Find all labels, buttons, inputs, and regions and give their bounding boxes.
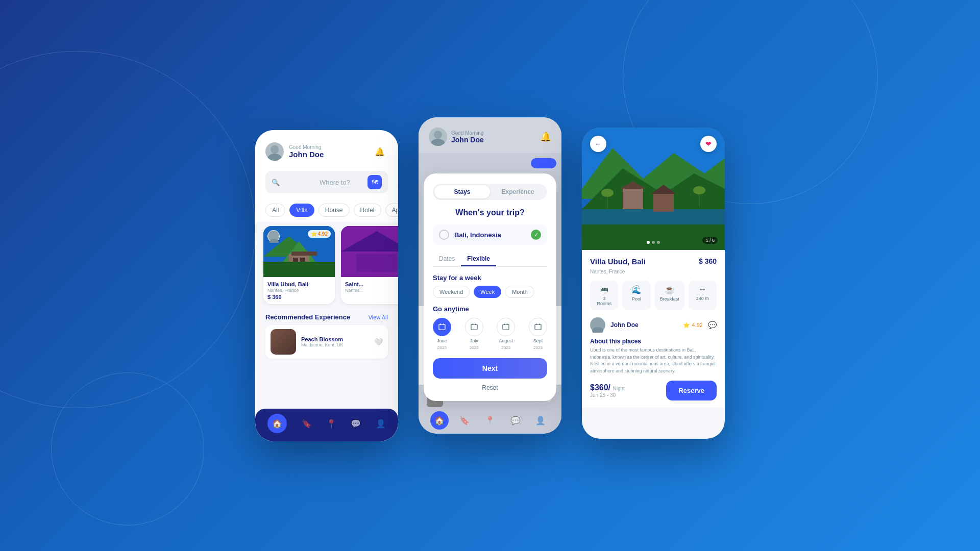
nav-chat[interactable]: 💬 [351,419,361,429]
dest-circle-icon [439,230,449,240]
nav-profile[interactable]: 👤 [376,419,386,429]
message-icon[interactable]: 💬 [708,321,717,329]
phone3-content: Villa Ubud, Bali $ 360 Nantes, France 🛏 … [582,250,725,408]
filter-apartment[interactable]: Apartment [385,204,398,217]
phone2: Good Morning John Doe 🔔 Stays Experience… [419,117,561,434]
phone3: ← ❤ 1 / 6 Villa Ubud, Bali $ 360 Nantes,… [582,128,725,439]
svg-rect-36 [653,194,674,212]
trip-title: When's your trip? [433,208,547,217]
svg-rect-23 [503,324,509,330]
p2-bell-icon[interactable]: 🔔 [540,131,551,142]
view-all-link[interactable]: View All [369,314,388,320]
svg-point-0 [271,145,279,154]
p2-nav: 🏠 🔖 📍 💬 👤 [427,408,553,430]
rec-loc-1: Maidstone, Kent, UK [301,342,344,347]
month-june[interactable]: June 2023 [433,318,451,350]
avatar [265,142,284,161]
greeting-text: Good Morning [289,144,324,150]
reset-button[interactable]: Reset [433,384,547,391]
favorite-button[interactable]: ❤ [700,136,717,152]
tab-dates[interactable]: Dates [433,252,461,266]
p2-nav-bookmark[interactable]: 🔖 [455,411,474,430]
reserve-button[interactable]: Reserve [666,381,717,400]
map-icon[interactable]: 🗺 [368,175,382,189]
dur-month[interactable]: Month [505,286,534,298]
svg-point-43 [592,327,603,333]
p2-nav-home[interactable]: 🏠 [430,411,449,430]
search-icon: 🔍 [272,179,315,186]
duration-pills: Weekend Week Month [433,286,547,298]
dur-week[interactable]: Week [474,286,501,298]
go-anytime-label: Go anytime [433,305,547,313]
rec-name-1: Peach Blossom [301,336,344,342]
listing-card-2[interactable]: Saint... Nantes... [341,226,398,304]
svg-point-39 [601,189,614,197]
nav-location[interactable]: 📍 [326,419,336,429]
p2-nav-profile[interactable]: 👤 [531,411,550,430]
dur-weekend[interactable]: Weekend [433,286,470,298]
reviewer-name: John Doe [610,321,639,329]
search-placeholder: Where to? [320,179,363,186]
listing-rating-1: ⭐ 4.92 [308,230,331,238]
amenity-breakfast: ☕ Breakfast [655,281,684,310]
breakfast-icon: ☕ [665,285,675,294]
tab-experience[interactable]: Experience [490,185,546,198]
filter-house[interactable]: House [318,204,350,217]
search-input-wrap[interactable]: 🔍 Where to? 🗺 [265,171,388,193]
rec-heart-icon[interactable]: 🤍 [374,338,383,346]
amenities-row: 🛏 3 Rooms 🌊 Pool ☕ Breakfast ↔ 240 m [590,281,717,310]
svg-rect-34 [623,189,643,209]
filter-all[interactable]: All [265,204,285,217]
per-night: Night [613,386,625,391]
distance-icon: ↔ [698,285,706,294]
svg-point-16 [431,139,445,146]
month-august[interactable]: August 2023 [497,318,515,350]
p2-username: John Doe [451,136,484,144]
svg-rect-20 [471,324,477,330]
notification-bell-icon[interactable]: 🔔 [372,143,388,160]
svg-point-11 [270,239,279,243]
next-button[interactable]: Next [433,358,547,379]
filter-villa[interactable]: Villa [289,204,314,217]
image-dots [647,241,660,244]
distance-label: 240 m [696,296,709,301]
p2-nav-location[interactable]: 📍 [481,411,499,430]
listing-location-1: Nantes, France [267,288,331,293]
nav-bookmark[interactable]: 🔖 [302,419,312,429]
search-bar: 🔍 Where to? 🗺 [255,167,398,201]
image-counter: 1 / 6 [702,237,718,244]
phone1: Good Morning John Doe 🔔 🔍 Where to? 🗺 Al… [255,130,398,441]
p2-nav-chat[interactable]: 💬 [506,411,525,430]
about-title: About this places [590,338,717,345]
rec-card-1[interactable]: Peach Blossom Maidstone, Kent, UK 🤍 [265,325,388,359]
reviewer-row: John Doe ⭐ 4.92 💬 [590,317,717,333]
filter-hotel[interactable]: Hotel [354,204,381,217]
listing-price-1: $ 360 [267,294,331,300]
rooms-icon: 🛏 [600,285,608,294]
nav-home[interactable]: 🏠 [267,414,287,433]
user-name: John Doe [289,150,324,159]
filter-tabs: All Villa House Hotel Apartment [255,201,398,222]
month-circle-sept [529,318,547,336]
phones-container: Good Morning John Doe 🔔 🔍 Where to? 🗺 Al… [255,110,725,441]
p2-greeting: Good Morning [451,130,484,136]
recommended-section: Recommended Experience View All Peach Bl… [255,308,398,362]
night-price: $360/ [590,383,610,392]
svg-point-15 [434,131,442,139]
breakfast-label: Breakfast [660,296,679,302]
trip-modal: Stays Experience When's your trip? Bali,… [424,173,556,401]
tab-stays[interactable]: Stays [434,185,490,198]
tab-flexible[interactable]: Flexible [461,252,496,266]
month-july[interactable]: July 2023 [465,318,483,350]
destination-name: Bali, Indonesia [454,231,526,239]
villa-name: Villa Ubud, Bali [590,257,646,266]
back-button[interactable]: ← [590,136,606,152]
month-sept[interactable]: Sept 2023 [529,318,547,350]
phone1-nav: 🏠 🔖 📍 💬 👤 [255,409,398,441]
recommended-title: Recommended Experience [265,313,350,321]
months-row: June 2023 July 2023 August 2023 [433,318,547,350]
avatar-p2 [429,128,447,146]
listing-card-1[interactable]: ⭐ 4.92 Villa Ubud, Bali Nantes, France $… [263,226,335,304]
svg-rect-14 [356,254,397,272]
svg-rect-9 [263,262,335,277]
